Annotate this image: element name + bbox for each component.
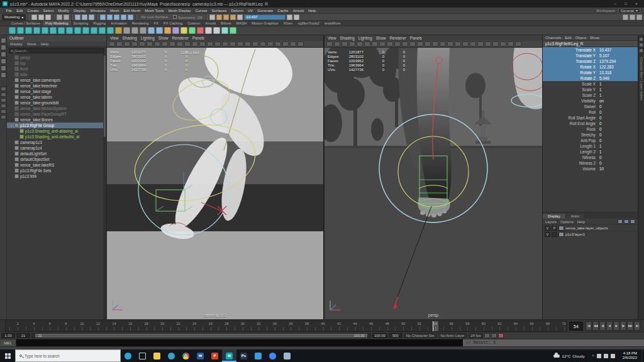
layer-visibility-toggle[interactable]: V <box>545 226 550 231</box>
paint-effects-icon[interactable] <box>287 14 292 20</box>
playback-options-icon[interactable] <box>484 333 490 338</box>
outliner-item-p1c3-shading-anti-defaultsi-ai[interactable]: p1c3:Shading_anti-defaultsi_ai <box>7 134 106 140</box>
depth-of-field-icon[interactable] <box>492 41 499 47</box>
frame-tick[interactable] <box>379 327 380 331</box>
channel-value-field[interactable]: 0 <box>598 161 638 165</box>
outliner-item-side[interactable]: side <box>7 72 106 77</box>
outliner-scrollbar[interactable] <box>103 54 106 319</box>
current-frame-field[interactable]: 54 <box>569 322 583 331</box>
taskbar-clock[interactable]: 4:18 PM 2/6/2022 <box>618 351 641 361</box>
ambient-occlusion-icon[interactable] <box>470 41 476 47</box>
frame-tick[interactable] <box>355 327 356 331</box>
channel-box-menu-edit[interactable]: Edit <box>565 36 571 40</box>
make-live-icon[interactable] <box>128 14 133 20</box>
frame-tick[interactable] <box>291 327 291 331</box>
channel-box-menu-object[interactable]: Object <box>575 36 586 40</box>
shaded-icon[interactable] <box>440 41 446 47</box>
frame-tick[interactable] <box>26 327 26 331</box>
frame-tick[interactable] <box>475 327 476 331</box>
frame-tick[interactable] <box>307 327 308 331</box>
layer-playback-toggle[interactable]: P <box>552 226 557 231</box>
shelf-tab-rigging[interactable]: Rigging <box>91 21 108 26</box>
frame-tick[interactable] <box>267 327 267 331</box>
attribute-editor-toggle-icon[interactable] <box>639 37 643 41</box>
layer-color-swatch[interactable] <box>558 232 564 237</box>
frame-tick[interactable] <box>347 327 348 331</box>
frame-tick[interactable] <box>122 327 123 331</box>
save-scene-icon[interactable] <box>45 14 51 20</box>
outliner-item-p1c3-shading-anti-aliasing-ai[interactable]: p1c3:Shading_anti-aliasing_ai <box>7 128 106 134</box>
symmetry-toggle[interactable]: Symmetry: Off <box>171 15 204 19</box>
motion-blur-icon[interactable] <box>260 41 266 47</box>
viewport-menu-show[interactable]: Show <box>376 36 386 40</box>
redo-icon[interactable] <box>64 14 69 20</box>
shelf-tab-testemore[interactable]: testeMore <box>322 21 343 26</box>
shelf-tab-animation[interactable]: Animation <box>108 21 130 26</box>
outliner-item-xence-take-motionsystem[interactable]: xence_take:MotionSystem <box>7 106 106 111</box>
quad-draw-icon[interactable] <box>230 27 236 34</box>
animation-end-field[interactable]: 500 <box>389 333 402 338</box>
outliner-item-xence-take-stage[interactable]: xence_take:stage <box>7 89 106 94</box>
frame-tick[interactable] <box>564 327 565 331</box>
frame-tick[interactable] <box>106 327 107 331</box>
grid-icon[interactable] <box>162 41 168 47</box>
bookmarks-icon[interactable] <box>349 41 355 47</box>
viewport-right-canvas[interactable]: Verts:120187700Edges:280310200Faces:1003… <box>325 48 542 319</box>
persp-outliner-layout-button[interactable] <box>1 98 6 102</box>
channel-box-toggle-icon[interactable] <box>639 48 643 53</box>
layer-color-swatch[interactable] <box>558 226 564 231</box>
step-forward-key-button[interactable]: |▶ <box>620 321 626 331</box>
expander-icon[interactable]: ▾ <box>9 124 13 128</box>
frame-tick[interactable] <box>251 327 252 331</box>
outliner-item-camerap1c3[interactable]: camerap1c3 <box>7 140 106 145</box>
channel-value-field[interactable]: 0 <box>598 138 638 143</box>
shelf-tab-custom[interactable]: Custom <box>185 21 203 26</box>
cortana-icon[interactable] <box>121 349 135 362</box>
bridge-icon[interactable] <box>189 27 196 34</box>
frame-tick[interactable] <box>548 327 548 331</box>
field-chart-icon[interactable] <box>192 41 198 47</box>
isolate-select-icon[interactable] <box>500 41 506 47</box>
outliner-item-defaultobjectset[interactable]: defaultObjectSet <box>7 156 106 162</box>
super-ellipse-icon[interactable] <box>107 27 114 34</box>
poly-cube-icon[interactable] <box>17 27 24 34</box>
notepad-icon[interactable] <box>280 349 294 362</box>
frame-tick[interactable] <box>194 327 195 331</box>
lasso-tool-icon[interactable] <box>1 45 6 50</box>
frame-tick[interactable] <box>540 327 540 331</box>
menu-windows[interactable]: Windows <box>88 9 108 13</box>
menu-edit-mesh[interactable]: Edit Mesh <box>121 9 143 13</box>
persp-graph-layout-button[interactable] <box>1 104 6 108</box>
shelf-tab-bifrost[interactable]: Bifrost <box>218 21 233 26</box>
frame-tick[interactable] <box>162 327 163 331</box>
outliner-item-xence-take-camerapro[interactable]: xence_take:camerapro <box>7 77 106 83</box>
platonic-solid-icon[interactable] <box>66 27 73 34</box>
shelf-tab-curves-surfaces[interactable]: Curves / Surfaces <box>9 21 43 26</box>
channel-value-field[interactable]: 1 <box>598 82 638 86</box>
volume-icon[interactable] <box>604 354 608 358</box>
move-layer-icon[interactable] <box>630 219 635 224</box>
frame-tick[interactable] <box>235 327 235 331</box>
outliner-item-xence-take-treectree[interactable]: xence_take:treectree <box>7 83 106 89</box>
frame-tick[interactable] <box>90 327 91 331</box>
word-icon[interactable]: W <box>193 349 208 362</box>
status-input-field[interactable]: 10.437 <box>244 14 286 20</box>
depth-of-field-icon[interactable] <box>275 41 281 47</box>
channel-value-field[interactable]: 1 <box>598 93 638 97</box>
gate-mask-icon[interactable] <box>184 41 191 47</box>
channel-value-field[interactable]: 0 <box>598 127 638 131</box>
snap-point-icon[interactable] <box>114 14 119 20</box>
frame-tick[interactable] <box>371 327 372 331</box>
poly-plane-icon[interactable] <box>50 27 57 34</box>
film-gate-icon[interactable] <box>169 41 175 47</box>
render-current-frame-icon[interactable] <box>223 14 229 20</box>
shadows-icon[interactable] <box>462 41 469 47</box>
range-slider-track[interactable]: 21 100.00 <box>31 333 371 338</box>
layer-tab-anim[interactable]: Anim <box>566 214 586 219</box>
outliner-item-p1c3-999[interactable]: p1c3:999 <box>7 173 106 179</box>
frame-tick[interactable] <box>395 327 396 331</box>
frame-tick[interactable] <box>130 327 131 331</box>
layer-playback-toggle[interactable] <box>552 232 557 237</box>
menu-generate[interactable]: Generate <box>255 9 275 13</box>
channel-value-field[interactable]: 0 <box>598 121 638 126</box>
